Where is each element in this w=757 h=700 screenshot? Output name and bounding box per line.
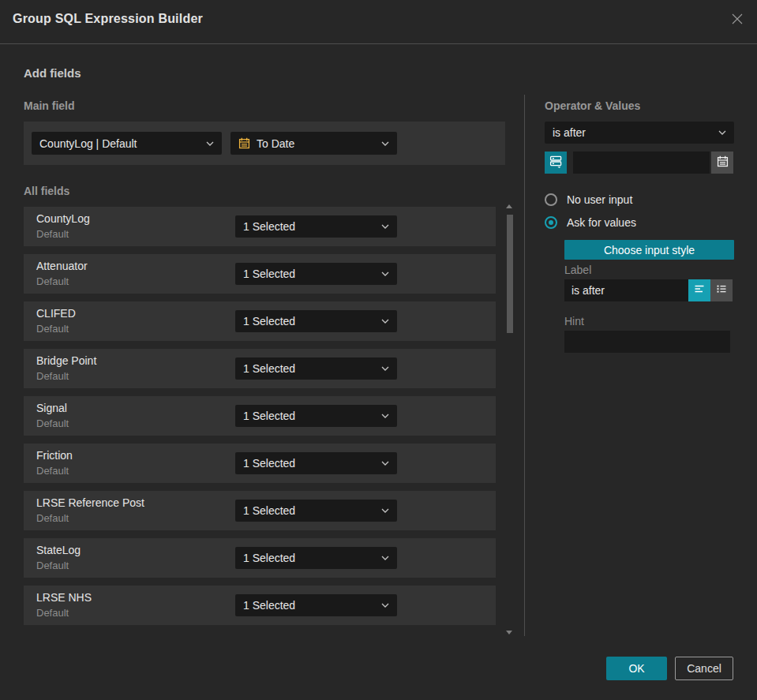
field-name: Signal [36,402,67,414]
field-row: Signal Default 1 Selected [24,396,496,436]
field-selection-dropdown[interactable]: 1 Selected [235,547,397,569]
list-style-button[interactable] [710,279,733,301]
ask-for-values-radio[interactable]: Ask for values [545,216,636,229]
chevron-down-icon [381,141,389,146]
main-field-box: CountyLog | Default To Date [24,122,505,165]
dropdown-value: 1 Selected [243,268,295,280]
field-selection-dropdown[interactable]: 1 Selected [235,310,397,332]
operator-values-heading: Operator & Values [545,99,640,112]
dropdown-value: 1 Selected [243,220,295,233]
field-row: Attenuator Default 1 Selected [24,254,496,294]
field-row: CountyLog Default 1 Selected [24,207,496,246]
label-heading: Label [564,264,591,276]
chevron-down-icon [381,461,389,466]
dropdown-value: 1 Selected [243,410,295,422]
bullet-list-icon [715,283,728,298]
field-row: StateLog Default 1 Selected [24,538,496,578]
hint-input[interactable] [564,331,730,353]
field-selection-dropdown[interactable]: 1 Selected [235,405,397,427]
main-field-dropdown-value: CountyLog | Default [39,137,137,150]
field-row: LRSE NHS Default 1 Selected [24,586,496,625]
field-name: LRSE NHS [36,591,92,604]
dropdown-value: 1 Selected [243,362,295,375]
chevron-down-icon [206,141,214,146]
no-user-input-label: No user input [567,193,632,206]
add-fields-heading: Add fields [24,66,81,80]
no-user-input-radio[interactable]: No user input [545,193,632,206]
radio-selected-icon [545,216,557,229]
field-subtitle: Default [36,465,69,477]
field-subtitle: Default [36,560,69,571]
align-left-lines-icon [693,283,706,298]
main-field-dropdown[interactable]: CountyLog | Default [32,132,222,155]
field-name: Attenuator [36,260,88,272]
date-type-dropdown-value: To Date [257,137,294,150]
group-sql-expression-builder-dialog: Group SQL Expression Builder Add fields … [0,0,757,700]
chevron-down-icon [718,130,726,135]
scrollbar-down-arrow[interactable] [506,631,512,634]
chevron-down-icon [381,508,389,513]
field-subtitle: Default [36,275,69,287]
field-subtitle: Default [36,228,69,240]
main-field-label: Main field [24,99,75,112]
dropdown-value: 1 Selected [243,599,295,612]
date-type-dropdown[interactable]: To Date [230,132,397,155]
field-selection-dropdown[interactable]: 1 Selected [235,452,397,474]
chevron-down-icon [381,556,389,560]
all-fields-list: CountyLog Default 1 Selected Attenuator … [24,207,496,633]
scrollbar-thumb[interactable] [507,215,513,333]
stacked-values-icon [549,155,563,171]
field-selection-dropdown[interactable]: 1 Selected [235,357,397,380]
value-picker-button[interactable] [545,152,567,174]
panel-divider [524,95,525,636]
single-line-style-button[interactable] [688,279,710,301]
field-subtitle: Default [36,323,69,335]
operator-dropdown[interactable]: is after [545,122,734,144]
chevron-down-icon [381,224,389,229]
ask-for-values-label: Ask for values [567,216,636,229]
field-subtitle: Default [36,607,69,619]
field-selection-dropdown[interactable]: 1 Selected [235,263,397,285]
field-row: Friction Default 1 Selected [24,444,496,483]
field-row: CLIFED Default 1 Selected [24,301,496,341]
field-subtitle: Default [36,417,69,429]
field-selection-dropdown[interactable]: 1 Selected [235,215,397,238]
cancel-button[interactable]: Cancel [675,657,733,680]
chevron-down-icon [381,319,389,324]
field-subtitle: Default [36,370,69,382]
dropdown-value: 1 Selected [243,457,295,470]
close-icon [731,13,744,28]
calendar-icon [717,155,729,170]
chevron-down-icon [381,603,389,608]
ok-button[interactable]: OK [606,657,667,680]
all-fields-label: All fields [24,185,69,197]
field-name: Bridge Point [36,354,96,367]
radio-unselected-icon [545,193,557,206]
field-row: Bridge Point Default 1 Selected [24,349,496,388]
dialog-header: Group SQL Expression Builder [0,0,757,44]
scrollbar-up-arrow[interactable] [506,204,512,208]
field-subtitle: Default [36,512,69,524]
chevron-down-icon [381,414,389,418]
field-name: Friction [36,449,73,462]
dropdown-value: 1 Selected [243,552,295,564]
field-selection-dropdown[interactable]: 1 Selected [235,500,397,522]
chevron-down-icon [381,271,389,276]
operator-dropdown-value: is after [553,126,586,139]
chevron-down-icon [381,366,389,371]
dropdown-value: 1 Selected [243,504,295,517]
field-name: StateLog [36,544,81,556]
field-name: CLIFED [36,307,76,320]
field-name: LRSE Reference Post [36,496,144,509]
dropdown-value: 1 Selected [243,315,295,328]
choose-input-style-button[interactable]: Choose input style [564,240,734,260]
hint-heading: Hint [564,315,584,328]
value-input[interactable] [573,152,710,174]
field-row: LRSE Reference Post Default 1 Selected [24,491,496,530]
label-input[interactable] [564,279,688,301]
field-selection-dropdown[interactable]: 1 Selected [235,594,397,616]
close-button[interactable] [729,12,746,29]
calendar-icon [238,137,250,149]
field-name: CountyLog [36,212,90,225]
calendar-picker-button[interactable] [711,152,733,174]
